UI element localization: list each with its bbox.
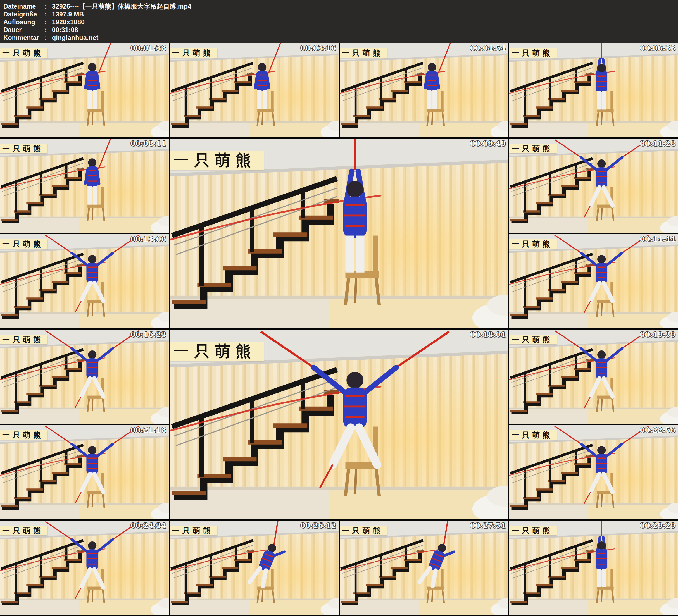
info-row-resolution: Auflösung:1920x1080 bbox=[3, 18, 678, 26]
timestamp-overlay: 00:16:23 bbox=[130, 330, 166, 339]
watermark-text: 一只萌熊 bbox=[0, 144, 47, 153]
info-row-comment: Kommentar:qinglanhua.net bbox=[3, 34, 678, 42]
timestamp-overlay: 00:24:34 bbox=[130, 521, 166, 530]
watermark-text: 一只萌熊 bbox=[509, 144, 557, 153]
video-thumbnail-1: 一只萌熊 00:01:38 bbox=[0, 43, 169, 138]
video-thumbnail-14: 一只萌熊 00:22:56 bbox=[509, 425, 678, 519]
watermark-text: 一只萌熊 bbox=[170, 342, 264, 361]
timestamp-overlay: 00:18:01 bbox=[470, 330, 506, 339]
resolution-value: 1920x1080 bbox=[52, 18, 85, 26]
video-thumbnail-8: 一只萌熊 00:13:06 bbox=[0, 234, 169, 329]
watermark-text: 一只萌熊 bbox=[509, 526, 557, 535]
separator: : bbox=[45, 2, 52, 10]
resolution-label: Auflösung bbox=[3, 18, 45, 26]
timestamp-overlay: 00:09:49 bbox=[470, 139, 506, 148]
separator: : bbox=[45, 26, 52, 34]
contact-sheet: Dateiname:32926----【一只萌熊】体操服大字吊起自缚.mp4 D… bbox=[0, 0, 678, 616]
watermark-text: 一只萌熊 bbox=[170, 48, 217, 58]
video-thumbnail-16: 一只萌熊 00:26:12 bbox=[170, 521, 339, 615]
watermark-text: 一只萌熊 bbox=[0, 239, 47, 249]
timestamp-overlay: 00:19:39 bbox=[640, 330, 676, 339]
timestamp-overlay: 00:01:38 bbox=[130, 44, 166, 52]
video-thumbnail-4: 一只萌熊 00:06:33 bbox=[509, 43, 678, 138]
video-thumbnail-3: 一只萌熊 00:04:54 bbox=[340, 43, 509, 138]
watermark-text: 一只萌熊 bbox=[170, 526, 217, 535]
watermark-text: 一只萌熊 bbox=[340, 526, 387, 535]
watermark-text: 一只萌熊 bbox=[509, 430, 557, 440]
video-thumbnail-11: 一只萌熊 00:18:01 bbox=[170, 330, 509, 519]
separator: : bbox=[45, 34, 52, 42]
watermark-text: 一只萌熊 bbox=[509, 239, 557, 249]
timestamp-overlay: 00:03:16 bbox=[300, 44, 336, 52]
video-thumbnail-18: 一只萌熊 00:29:29 bbox=[509, 521, 678, 615]
filename-value: 32926----【一只萌熊】体操服大字吊起自缚.mp4 bbox=[52, 3, 191, 10]
watermark-text: 一只萌熊 bbox=[340, 48, 387, 58]
timestamp-overlay: 00:14:44 bbox=[640, 235, 676, 243]
video-thumbnail-9: 一只萌熊 00:14:44 bbox=[509, 234, 678, 329]
timestamp-overlay: 00:27:51 bbox=[470, 521, 506, 530]
video-thumbnail-7: 一只萌熊 00:11:28 bbox=[509, 139, 678, 233]
timestamp-overlay: 00:29:29 bbox=[640, 521, 676, 530]
separator: : bbox=[45, 10, 52, 18]
video-thumbnail-2: 一只萌熊 00:03:16 bbox=[170, 43, 339, 138]
duration-value: 00:31:08 bbox=[52, 26, 78, 34]
video-thumbnail-10: 一只萌熊 00:16:23 bbox=[0, 330, 169, 424]
info-row-filesize: Dateigröße:1397.9 MB bbox=[3, 10, 678, 18]
timestamp-overlay: 00:22:56 bbox=[640, 426, 676, 434]
comment-value: qinglanhua.net bbox=[52, 34, 98, 41]
timestamp-overlay: 00:04:54 bbox=[470, 44, 506, 52]
file-info-header: Dateiname:32926----【一只萌熊】体操服大字吊起自缚.mp4 D… bbox=[0, 0, 678, 43]
video-thumbnail-13: 一只萌熊 00:21:18 bbox=[0, 425, 169, 519]
watermark-text: 一只萌熊 bbox=[0, 526, 47, 535]
watermark-text: 一只萌熊 bbox=[509, 48, 557, 58]
video-thumbnail-6: 一只萌熊 00:09:49 bbox=[170, 139, 509, 329]
duration-label: Dauer bbox=[3, 26, 45, 34]
watermark-text: 一只萌熊 bbox=[0, 430, 47, 440]
video-thumbnail-5: 一只萌熊 00:08:11 bbox=[0, 139, 169, 233]
filesize-value: 1397.9 MB bbox=[52, 11, 84, 18]
filesize-label: Dateigröße bbox=[3, 10, 45, 18]
filename-label: Dateiname bbox=[3, 2, 45, 10]
timestamp-overlay: 00:06:33 bbox=[640, 44, 676, 52]
timestamp-overlay: 00:26:12 bbox=[300, 521, 336, 530]
info-row-filename: Dateiname:32926----【一只萌熊】体操服大字吊起自缚.mp4 bbox=[3, 2, 678, 10]
watermark-text: 一只萌熊 bbox=[170, 151, 264, 170]
watermark-text: 一只萌熊 bbox=[509, 335, 557, 344]
info-row-duration: Dauer:00:31:08 bbox=[3, 26, 678, 34]
video-thumbnail-12: 一只萌熊 00:19:39 bbox=[509, 330, 678, 424]
watermark-text: 一只萌熊 bbox=[0, 48, 47, 58]
timestamp-overlay: 00:08:11 bbox=[130, 139, 166, 148]
timestamp-overlay: 00:21:18 bbox=[130, 426, 166, 434]
timestamp-overlay: 00:11:28 bbox=[640, 139, 676, 148]
comment-label: Kommentar bbox=[3, 34, 45, 42]
video-thumbnail-15: 一只萌熊 00:24:34 bbox=[0, 521, 169, 615]
separator: : bbox=[45, 18, 52, 26]
video-thumbnail-17: 一只萌熊 00:27:51 bbox=[340, 521, 509, 615]
watermark-text: 一只萌熊 bbox=[0, 335, 47, 344]
timestamp-overlay: 00:13:06 bbox=[130, 235, 166, 243]
thumbnail-grid: 一只萌熊 00:01:38 bbox=[0, 43, 678, 616]
